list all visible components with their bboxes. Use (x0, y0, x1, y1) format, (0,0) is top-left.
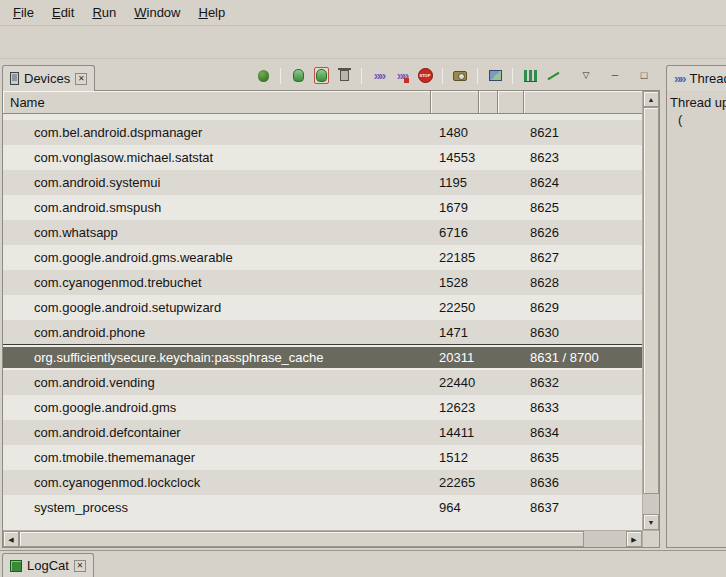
tab-logcat[interactable]: LogCat ✕ (2, 553, 94, 577)
table-row[interactable]: com.google.android.gms.wearable221858627 (3, 245, 642, 270)
devices-tab-strip: Devices ✕ STOP (2, 61, 660, 90)
stop-process-button[interactable]: STOP (415, 66, 435, 86)
process-name: com.vonglasow.michael.satstat (3, 150, 431, 165)
menu-window[interactable]: Window (125, 2, 189, 23)
horizontal-scroll-thumb[interactable] (19, 531, 584, 547)
debug-port: 8629 (524, 300, 642, 315)
process-name: com.cyanogenmod.lockclock (3, 475, 431, 490)
table-row[interactable]: com.bel.android.dspmanager14808621 (3, 120, 642, 145)
scroll-right-button[interactable]: ▶ (626, 531, 642, 547)
process-name: com.tmobile.thememanager (3, 450, 431, 465)
table-row[interactable]: system_process9648637 (3, 495, 642, 520)
debug-port: 8624 (524, 175, 642, 190)
table-row[interactable]: com.cyanogenmod.trebuchet15288628 (3, 270, 642, 295)
process-name: com.google.android.gms.wearable (3, 250, 431, 265)
debug-icon (258, 70, 269, 82)
debug-port: 8625 (524, 200, 642, 215)
tab-devices[interactable]: Devices ✕ (2, 65, 95, 91)
table-row[interactable]: com.google.android.setupwizard222508629 (3, 295, 642, 320)
close-icon[interactable]: ✕ (75, 73, 87, 85)
menu-edit[interactable]: Edit (43, 2, 83, 23)
update-heap-button[interactable] (288, 66, 308, 86)
debug-port: 8621 (524, 125, 642, 140)
column-header-blank2[interactable] (498, 91, 524, 114)
tab-threads[interactable]: Threads (666, 65, 726, 91)
vertical-scroll-thumb[interactable] (643, 107, 659, 494)
toolbar-separator (512, 68, 513, 84)
screen-record-button[interactable] (485, 66, 505, 86)
column-header-pid[interactable] (431, 91, 479, 114)
main-area: Devices ✕ STOP (0, 59, 726, 550)
menu-run[interactable]: Run (83, 2, 125, 23)
minimize-button[interactable]: ─ (605, 66, 625, 86)
debug-port: 8637 (524, 500, 642, 515)
cause-gc-button[interactable] (334, 66, 354, 86)
column-header-blank1[interactable] (479, 91, 498, 114)
threads-tab-strip: Threads (666, 61, 726, 90)
close-icon[interactable]: ✕ (74, 560, 86, 572)
process-pid: 22440 (431, 375, 479, 390)
process-pid: 12623 (431, 400, 479, 415)
name-header-label: Name (10, 95, 45, 110)
column-header-name[interactable]: Name (3, 91, 431, 114)
menu-file[interactable]: File (4, 2, 43, 23)
table-filler (3, 520, 642, 530)
hprof-icon (316, 69, 327, 82)
threads-tab-icon (674, 72, 684, 85)
stop-icon: STOP (418, 68, 433, 83)
process-name: com.google.android.gms (3, 400, 431, 415)
horizontal-scroll-track[interactable] (19, 531, 626, 547)
vertical-scroll-track[interactable] (643, 107, 659, 514)
debug-port: 8632 (524, 375, 642, 390)
garbage-collect-icon (340, 70, 349, 81)
table-row[interactable]: com.android.smspush16798625 (3, 195, 642, 220)
dump-hprof-button[interactable] (311, 66, 331, 86)
table-row[interactable]: com.google.android.gms126238633 (3, 395, 642, 420)
debug-port: 8623 (524, 150, 642, 165)
process-name: system_process (3, 500, 431, 515)
scroll-down-button[interactable]: ▼ (643, 514, 659, 530)
process-name: com.android.systemui (3, 175, 431, 190)
table-row[interactable]: com.android.phone14718630 (3, 320, 642, 345)
table-row[interactable]: com.android.systemui11958624 (3, 170, 642, 195)
camera-icon (453, 71, 467, 81)
device-screen-icon (489, 70, 502, 81)
hierarchy-button[interactable] (543, 66, 563, 86)
process-pid: 1679 (431, 200, 479, 215)
debug-port: 8628 (524, 275, 642, 290)
table-row[interactable]: com.cyanogenmod.lockclock222658636 (3, 470, 642, 495)
process-pid: 1471 (431, 325, 479, 340)
maximize-button[interactable]: □ (634, 66, 654, 86)
threads-message-line1: Thread up (670, 94, 726, 111)
table-row[interactable]: com.android.vending224408632 (3, 370, 642, 395)
table-row[interactable]: com.android.defcontainer144118634 (3, 420, 642, 445)
process-name: com.android.smspush (3, 200, 431, 215)
method-profiling-button[interactable] (392, 66, 412, 86)
process-name: com.google.android.setupwizard (3, 300, 431, 315)
debug-process-button[interactable] (253, 66, 273, 86)
table-row-selected[interactable]: org.sufficientlysecure.keychain:passphra… (3, 345, 642, 370)
devices-panel: Devices ✕ STOP (2, 61, 660, 548)
view-menu-button[interactable]: ▽ (576, 66, 596, 86)
process-name: com.android.vending (3, 375, 431, 390)
logcat-bar: LogCat ✕ (0, 550, 726, 577)
horizontal-scrollbar[interactable]: ◀ ▶ (3, 531, 642, 547)
table-row[interactable]: com.tmobile.thememanager15128635 (3, 445, 642, 470)
toolbar-separator (361, 68, 362, 84)
debug-port: 8631 / 8700 (524, 350, 642, 365)
column-header-port[interactable] (524, 91, 642, 114)
process-name: com.whatsapp (3, 225, 431, 240)
sysinfo-button[interactable] (520, 66, 540, 86)
screen-capture-button[interactable] (450, 66, 470, 86)
scrollbar-corner (642, 531, 659, 547)
menu-help[interactable]: Help (189, 2, 234, 23)
process-pid: 1528 (431, 275, 479, 290)
devices-panel-body: Name com.bel.android.dspmanager14808621c… (2, 90, 660, 548)
update-threads-button[interactable] (369, 66, 389, 86)
scroll-left-button[interactable]: ◀ (3, 531, 19, 547)
table-row[interactable]: com.vonglasow.michael.satstat145538623 (3, 145, 642, 170)
debug-port: 8630 (524, 325, 642, 340)
scroll-up-button[interactable]: ▲ (643, 91, 659, 107)
vertical-scrollbar[interactable]: ▲ ▼ (642, 91, 659, 530)
table-row[interactable]: com.whatsapp67168626 (3, 220, 642, 245)
